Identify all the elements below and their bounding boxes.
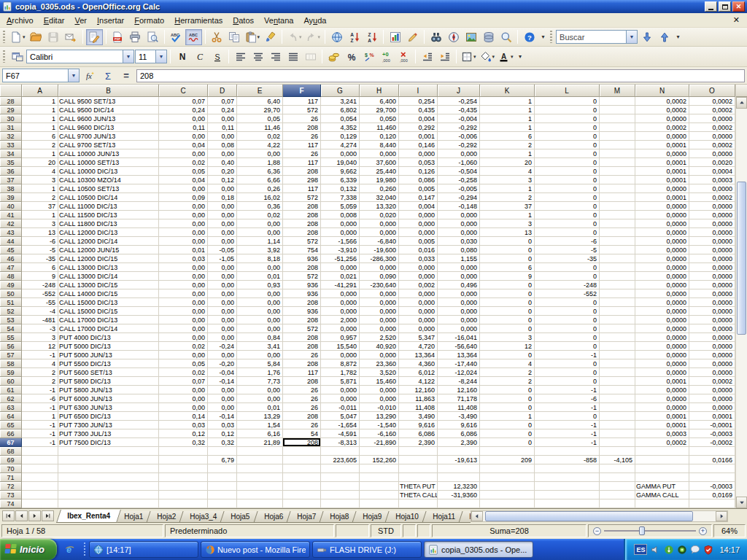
row-header-71[interactable]: 71 [0, 473, 22, 482]
cell-N63[interactable]: 0,0000 [635, 403, 689, 412]
cell-K46[interactable]: 0 [480, 254, 535, 263]
cell-K57[interactable]: 0 [480, 351, 535, 359]
cell-D30[interactable]: 0,00 [208, 114, 237, 123]
scroll-down-button[interactable] [736, 497, 747, 508]
cell-I68[interactable] [399, 447, 438, 456]
cell-F50[interactable]: 936 [283, 289, 321, 298]
cell-J60[interactable]: -8,244 [438, 377, 480, 386]
find-toolbar-options-button[interactable]: ▾ [673, 29, 683, 45]
cell-D53[interactable]: 0,00 [208, 316, 237, 324]
cell-C68[interactable] [159, 447, 208, 456]
cell-N59[interactable]: 0,0000 [635, 368, 689, 377]
cell-C67[interactable]: 0,32 [159, 438, 208, 447]
cell-O45[interactable]: 0,0000 [689, 246, 735, 254]
cell-C41[interactable]: 0,00 [159, 211, 208, 219]
cell-O34[interactable]: 0,0000 [689, 149, 735, 158]
cell-B65[interactable]: PUT 7300 JUN/13 [58, 421, 159, 429]
cell-L42[interactable]: 0 [535, 219, 600, 228]
cell-A58[interactable]: 4 [22, 359, 58, 368]
column-header-E[interactable]: E [237, 85, 283, 97]
cell-N30[interactable]: 0,0000 [635, 114, 689, 123]
cell-D43[interactable]: 0,00 [208, 228, 237, 237]
cell-A47[interactable]: 6 [22, 263, 58, 272]
cell-A63[interactable]: -1 [22, 403, 58, 412]
cell-G30[interactable]: 0,054 [321, 114, 360, 123]
cell-F34[interactable]: 26 [283, 149, 321, 158]
row-header-49[interactable]: 49 [0, 281, 22, 289]
cell-J50[interactable]: 0,000 [438, 289, 480, 298]
row-header-38[interactable]: 38 [0, 184, 22, 193]
cell-L67[interactable]: -1 [535, 438, 600, 447]
start-button[interactable]: Inicio [0, 539, 57, 560]
cell-E61[interactable]: 0,00 [237, 386, 283, 394]
column-header-J[interactable]: J [438, 85, 480, 97]
cell-H34[interactable]: 0,000 [360, 149, 399, 158]
cell-E66[interactable]: 6,16 [237, 429, 283, 438]
cell-B30[interactable]: CALL 9600 JUN/13 [58, 114, 159, 123]
cell-O55[interactable]: 0,0000 [689, 333, 735, 342]
column-header-D[interactable]: D [208, 85, 237, 97]
cell-H38[interactable]: 0,260 [360, 184, 399, 193]
cell-G64[interactable]: 5,047 [321, 412, 360, 421]
cell-C32[interactable]: 0,00 [159, 132, 208, 141]
cell-G42[interactable]: 0,000 [321, 219, 360, 228]
cell-H28[interactable]: 6,400 [360, 97, 399, 106]
cell-B51[interactable]: CALL 15000 DIC/13 [58, 298, 159, 307]
cell-A44[interactable]: -6 [22, 237, 58, 246]
cell-D61[interactable]: 0,00 [208, 386, 237, 394]
cell-H65[interactable]: -1,540 [360, 421, 399, 429]
cell-F62[interactable]: 26 [283, 394, 321, 403]
cell-F64[interactable]: 208 [283, 412, 321, 421]
cell-O44[interactable]: 0,0000 [689, 237, 735, 246]
cell-D67[interactable]: 0,32 [208, 438, 237, 447]
cell-M60[interactable] [600, 377, 635, 386]
cell-L65[interactable]: -1 [535, 421, 600, 429]
cell-D72[interactable] [208, 482, 237, 491]
messenger-icon[interactable] [690, 545, 700, 555]
cell-H67[interactable]: -21,890 [360, 438, 399, 447]
close-button[interactable]: ✕ [732, 1, 745, 12]
cell-D41[interactable]: 0,00 [208, 211, 237, 219]
cell-A64[interactable]: 1 [22, 412, 58, 421]
cell-B66[interactable]: PUT 7300 JUL/13 [58, 429, 159, 438]
cell-K63[interactable]: 0 [480, 403, 535, 412]
cell-J30[interactable]: -0,004 [438, 114, 480, 123]
cell-K41[interactable]: 1 [480, 211, 535, 219]
cell-A62[interactable]: -6 [22, 394, 58, 403]
cell-D64[interactable]: -0,14 [208, 412, 237, 421]
cell-L52[interactable]: 0 [535, 307, 600, 316]
cell-O41[interactable]: 0,0000 [689, 211, 735, 219]
cell-J53[interactable]: 0,000 [438, 316, 480, 324]
row-header-29[interactable]: 29 [0, 106, 22, 114]
find-text-combo[interactable]: Buscar▼ [556, 30, 638, 44]
cell-I65[interactable]: 9,616 [399, 421, 438, 429]
cell-N39[interactable]: 0,0001 [635, 193, 689, 202]
cell-K64[interactable]: 1 [480, 412, 535, 421]
cell-O40[interactable]: 0,0000 [689, 202, 735, 211]
cell-E59[interactable]: 1,76 [237, 368, 283, 377]
cell-E48[interactable]: 0,01 [237, 272, 283, 281]
bold-button[interactable]: N [174, 49, 190, 65]
cell-K68[interactable] [480, 447, 535, 456]
cell-G54[interactable]: 0,000 [321, 324, 360, 333]
cell-K70[interactable] [480, 464, 535, 473]
cell-C61[interactable]: 0,00 [159, 386, 208, 394]
cell-N36[interactable]: 0,0001 [635, 167, 689, 176]
cell-I44[interactable]: 0,005 [399, 237, 438, 246]
format-paintbrush-button[interactable] [262, 29, 279, 45]
number-format-currency-button[interactable] [325, 49, 342, 65]
cell-L54[interactable]: 0 [535, 324, 600, 333]
cell-G72[interactable] [321, 482, 360, 491]
cell-B70[interactable] [58, 464, 159, 473]
cell-B32[interactable]: CALL 9700 JUN/13 [58, 132, 159, 141]
cell-G34[interactable]: 0,000 [321, 149, 360, 158]
cell-H50[interactable]: 0,000 [360, 289, 399, 298]
cell-L44[interactable]: -6 [535, 237, 600, 246]
cell-G44[interactable]: -1,566 [321, 237, 360, 246]
cell-H70[interactable] [360, 464, 399, 473]
input-line[interactable]: 208 [136, 69, 745, 82]
cell-K55[interactable]: 3 [480, 333, 535, 342]
cell-F69[interactable] [283, 456, 321, 464]
cell-I45[interactable]: 0,016 [399, 246, 438, 254]
cell-N34[interactable]: 0,0000 [635, 149, 689, 158]
